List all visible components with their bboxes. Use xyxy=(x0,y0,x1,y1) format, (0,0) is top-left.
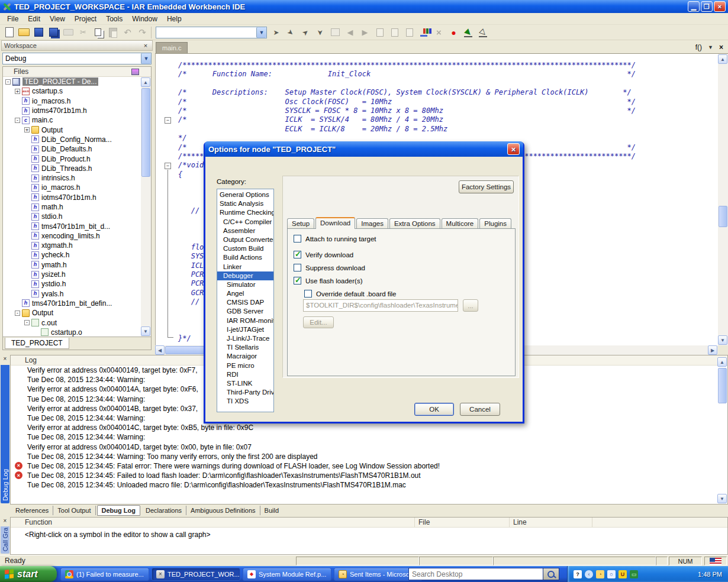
editor-vscroll-thumb[interactable] xyxy=(719,206,727,227)
help-tray-icon[interactable]: ? xyxy=(574,570,582,578)
previous-bookmark-icon[interactable] xyxy=(284,26,298,39)
scroll-down-icon[interactable]: ▼ xyxy=(141,326,150,336)
start-button[interactable]: start xyxy=(0,566,57,582)
category-item[interactable]: IAR ROM-monitor xyxy=(217,316,273,325)
message-tab[interactable]: Build xyxy=(260,506,283,515)
function-selector[interactable]: f() xyxy=(695,43,702,51)
tree-item[interactable]: h tms470r1b1m_bit_d... xyxy=(3,221,141,231)
browse-window-icon[interactable] xyxy=(328,26,342,39)
message-tab[interactable]: Debug Log xyxy=(97,505,140,516)
chevron-down-icon[interactable]: ▼ xyxy=(708,44,713,50)
log-line[interactable]: × Verify error at address 0x0040014C, ta… xyxy=(11,423,727,432)
category-item[interactable]: C/C++ Compiler xyxy=(217,218,273,227)
tree-item[interactable]: h iotms470r1b1m.h xyxy=(3,106,141,115)
navigate-backward-icon[interactable] xyxy=(343,26,357,39)
log-line[interactable]: × Tue Dec 08, 2015 12:34:44: Warning: xyxy=(11,432,727,442)
scroll-up-icon[interactable]: ▲ xyxy=(717,357,727,367)
board-file-input[interactable]: $TOOLKIT_DIR$\config\flashloader\TexasIn… xyxy=(303,299,458,312)
category-item[interactable]: RDI xyxy=(217,370,273,379)
redo-icon[interactable] xyxy=(136,26,149,39)
tree-item[interactable]: h xencoding_limits.h xyxy=(3,231,141,241)
close-icon[interactable]: × xyxy=(719,43,723,51)
undo-icon[interactable] xyxy=(121,26,134,39)
category-item[interactable]: J-Link/J-Trace xyxy=(217,334,273,343)
checkbox-row[interactable]: Use flash loader(s) xyxy=(294,277,515,284)
checkbox[interactable] xyxy=(294,251,301,258)
category-item[interactable]: PE micro xyxy=(217,361,273,370)
category-item[interactable]: General Options xyxy=(217,190,273,199)
tab-ted-project[interactable]: TED_PROJECT xyxy=(5,338,69,349)
fold-marker-icon[interactable]: − xyxy=(165,117,171,124)
taskbar-task[interactable]: (1) Failed to measure... xyxy=(60,568,149,581)
tree-item[interactable]: h DLib_Config_Norma... xyxy=(3,135,141,144)
category-item[interactable]: ST-LINK xyxy=(217,379,273,388)
tree-item[interactable]: + asm cstartup.s xyxy=(3,86,141,96)
tree-expander-icon[interactable]: - xyxy=(24,320,30,325)
category-item[interactable]: Third-Party Driver xyxy=(217,388,273,397)
tree-item[interactable]: h intrinsics.h xyxy=(3,173,141,183)
scroll-down-icon[interactable]: ▼ xyxy=(718,335,727,345)
checkbox-row[interactable]: Verify download xyxy=(294,251,515,258)
options-tab[interactable]: Images xyxy=(356,218,388,229)
category-item[interactable]: TI Stellaris xyxy=(217,343,273,352)
category-item[interactable]: Static Analysis xyxy=(217,199,273,208)
function-column-header[interactable]: Function xyxy=(11,518,415,527)
tree-item[interactable]: h xtgmath.h xyxy=(3,241,141,250)
browse-button[interactable]: ... xyxy=(463,299,478,312)
checkbox[interactable] xyxy=(294,264,301,271)
dialog-close-button[interactable]: × xyxy=(507,143,520,155)
checkbox-row[interactable]: Suppress download xyxy=(294,264,515,271)
checkbox[interactable] xyxy=(304,290,312,298)
close-icon[interactable]: × xyxy=(1,518,9,526)
category-item[interactable]: Angel xyxy=(217,289,273,298)
tree-expander-icon[interactable]: - xyxy=(15,311,20,316)
save-all-icon[interactable] xyxy=(47,26,60,39)
log-line[interactable]: × Verify error at address 0x0040014D, ta… xyxy=(11,442,727,452)
tree-item[interactable]: h yvals.h xyxy=(3,289,141,299)
category-item[interactable]: CMSIS DAP xyxy=(217,298,273,307)
checkbox[interactable] xyxy=(294,277,301,284)
editor-vscrollbar[interactable] xyxy=(718,54,728,345)
toggle-breakpoint-icon[interactable] xyxy=(447,26,460,39)
log-line[interactable]: × Tue Dec 08, 2015 12:34:45: Unloaded ma… xyxy=(11,480,727,490)
tree-item[interactable]: + Output xyxy=(3,125,141,134)
tree-item[interactable]: h ystdio.h xyxy=(3,279,141,289)
save-icon[interactable] xyxy=(32,26,46,39)
chevron-down-icon[interactable]: ▼ xyxy=(141,53,151,64)
line-column-header[interactable]: Line xyxy=(510,518,592,527)
tree-item[interactable]: h tms470r1b1m_bit_defin... xyxy=(3,299,141,308)
close-button[interactable]: × xyxy=(714,1,726,12)
tree-item[interactable]: h ycheck.h xyxy=(3,250,141,260)
call-graph-vertical-tab[interactable]: Call Gra xyxy=(1,526,9,554)
close-icon[interactable]: × xyxy=(141,41,150,50)
tree-item[interactable]: - TED_PROJECT - De... xyxy=(3,77,141,86)
print-icon[interactable] xyxy=(62,26,75,39)
scroll-left-icon[interactable]: ◀ xyxy=(155,345,165,355)
make-icon[interactable] xyxy=(417,26,431,39)
options-tab[interactable]: Extra Options xyxy=(389,218,440,229)
log-line[interactable]: × Tue Dec 08, 2015 12:34:44: Warning: To… xyxy=(11,452,727,461)
files-column-header[interactable]: Files xyxy=(3,67,151,77)
message-tab[interactable]: References xyxy=(11,506,53,515)
checkbox[interactable] xyxy=(294,235,301,242)
outlook-tray-icon[interactable]: ◔ xyxy=(596,570,604,578)
menu-item[interactable]: Project xyxy=(70,14,101,24)
tree-item[interactable]: cstartup.o xyxy=(3,328,141,337)
ok-button[interactable]: OK xyxy=(414,403,454,416)
language-flag-cell[interactable] xyxy=(704,557,727,565)
tree-item[interactable]: h math.h xyxy=(3,202,141,212)
log-line[interactable]: × Tue Dec 08, 2015 12:34:45: Fatal error… xyxy=(11,461,727,471)
debug-log-vertical-tab[interactable]: Debug Log xyxy=(1,365,9,503)
tree-expander-icon[interactable]: + xyxy=(24,127,30,132)
log-line[interactable]: × Tue Dec 08, 2015 12:34:45: Failed to l… xyxy=(11,471,727,480)
category-item[interactable]: Output Converter xyxy=(217,235,273,244)
menu-item[interactable]: Window xyxy=(127,14,162,24)
tree-item[interactable]: h ymath.h xyxy=(3,260,141,270)
menu-item[interactable]: Help xyxy=(162,14,186,24)
log-scroll-thumb[interactable] xyxy=(718,368,727,403)
fold-marker-icon[interactable]: − xyxy=(165,163,171,169)
target-configuration-select[interactable]: Debug ▼ xyxy=(2,53,152,64)
cut-icon[interactable] xyxy=(76,26,90,39)
taskbar-clock[interactable]: 1:48 PM xyxy=(698,571,722,578)
message-tab[interactable]: Tool Output xyxy=(53,506,95,515)
